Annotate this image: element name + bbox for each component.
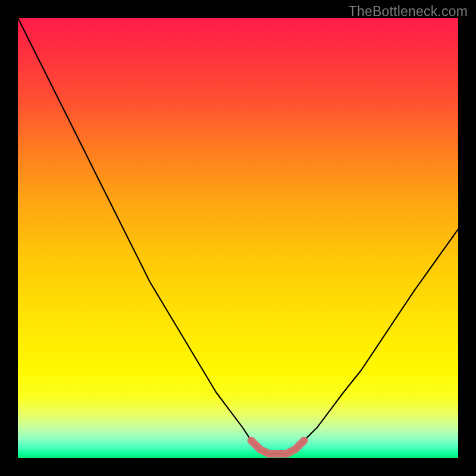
- bottleneck-curve: [18, 18, 458, 458]
- curve-line: [18, 18, 458, 454]
- plot-inner: [18, 18, 458, 458]
- plot-area: [18, 18, 458, 458]
- optimal-band-marker: [251, 440, 304, 453]
- watermark-text: TheBottleneck.com: [349, 4, 468, 20]
